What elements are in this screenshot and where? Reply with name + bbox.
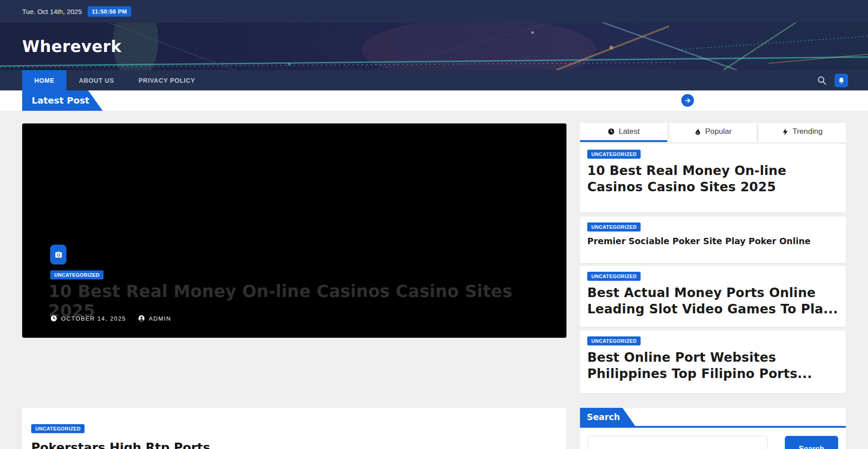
top-bar: Tue. Oct 14th, 2025 11:50:56 PM — [0, 0, 868, 23]
nav-item-home[interactable]: HOME — [22, 70, 66, 90]
tab-latest[interactable]: Latest — [580, 123, 667, 142]
search-underline — [580, 426, 846, 428]
tab-popular[interactable]: Popular — [670, 123, 757, 142]
nav-item-privacy-policy[interactable]: PRIVACY POLICY — [126, 70, 207, 90]
site-title[interactable]: Whereverk — [22, 38, 122, 56]
category-badge[interactable]: UNCATEGORIZED — [587, 222, 641, 232]
category-badge[interactable]: UNCATEGORIZED — [587, 272, 641, 281]
bell-icon — [838, 77, 845, 84]
search-input[interactable] — [588, 436, 768, 449]
sidebar-post-title[interactable]: Best Online Port Websites Philippines To… — [587, 350, 839, 382]
current-date: Tue. Oct 14th, 2025 — [22, 8, 82, 15]
bolt-icon — [782, 128, 788, 136]
sidebar-post[interactable]: UNCATEGORIZED Premier Sociable Poker Sit… — [580, 217, 846, 263]
tab-trending[interactable]: Trending — [759, 123, 846, 142]
sidebar-post-title[interactable]: Best Actual Money Ports Online Leading S… — [587, 285, 839, 317]
category-badge[interactable]: UNCATEGORIZED — [587, 336, 641, 345]
search-widget: Search Search — [580, 408, 846, 449]
clock-icon — [608, 128, 615, 135]
header-banner: Whereverk — [0, 23, 868, 70]
main-content: UNCATEGORIZED 10 Best Real Money On-line… — [0, 111, 868, 449]
nav-item-about-us[interactable]: ABOUT US — [66, 70, 126, 90]
sidebar-post[interactable]: UNCATEGORIZED 10 Best Real Money On-line… — [580, 144, 846, 213]
post-card[interactable]: UNCATEGORIZED Pokerstars High Rtp Ports — [22, 408, 566, 449]
user-icon — [138, 315, 145, 322]
sidebar: Latest Popular Trending UNCATEGORIZED 10… — [580, 123, 846, 449]
category-badge[interactable]: UNCATEGORIZED — [587, 150, 641, 159]
main-navigation: HOME ABOUT US PRIVACY POLICY — [0, 70, 868, 90]
sidebar-tabs: Latest Popular Trending — [580, 123, 846, 142]
arrow-right-icon — [684, 97, 691, 104]
search-icon[interactable] — [817, 76, 827, 85]
sidebar-post-title[interactable]: 10 Best Real Money On-line Casinos Casin… — [587, 163, 839, 195]
clock-icon — [50, 315, 57, 322]
sidebar-post[interactable]: UNCATEGORIZED Best Online Port Websites … — [580, 331, 846, 393]
category-badge[interactable]: UNCATEGORIZED — [50, 270, 104, 279]
featured-post[interactable]: UNCATEGORIZED 10 Best Real Money On-line… — [22, 123, 566, 338]
ticker-next-button[interactable] — [681, 94, 694, 107]
network-background-image — [0, 23, 868, 70]
latest-post-ticker: Latest Post — [0, 90, 868, 111]
category-badge[interactable]: UNCATEGORIZED — [31, 424, 85, 433]
fire-icon — [694, 128, 701, 136]
featured-post-meta: OCTOBER 14, 2025 ADMIN — [50, 315, 171, 322]
post-title[interactable]: Pokerstars High Rtp Ports — [31, 440, 557, 449]
sidebar-post-title[interactable]: Premier Sociable Poker Site Play Poker O… — [587, 236, 839, 246]
notifications-button[interactable] — [835, 74, 848, 87]
post-author[interactable]: ADMIN — [138, 315, 171, 322]
post-date[interactable]: OCTOBER 14, 2025 — [50, 315, 126, 322]
search-button[interactable]: Search — [785, 436, 838, 449]
latest-post-ribbon: Latest Post — [22, 90, 103, 111]
camera-icon — [50, 245, 66, 265]
search-widget-heading: Search — [580, 408, 635, 426]
sidebar-post[interactable]: UNCATEGORIZED Best Actual Money Ports On… — [580, 266, 846, 327]
current-time-badge: 11:50:56 PM — [88, 6, 131, 17]
